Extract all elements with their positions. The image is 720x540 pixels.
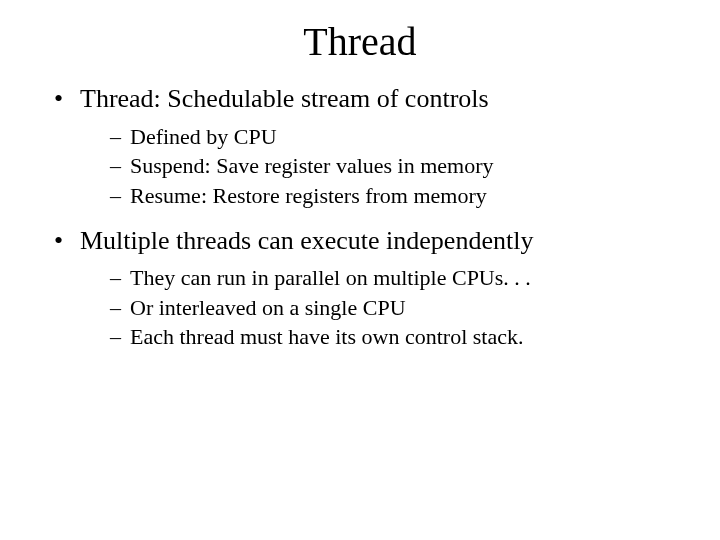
sub-bullet-list: They can run in parallel on multiple CPU… (80, 263, 680, 352)
bullet-item: Multiple threads can execute independent… (54, 225, 680, 353)
sub-bullet-item: Each thread must have its own control st… (110, 322, 680, 352)
bullet-text: Thread: Schedulable stream of controls (80, 84, 489, 113)
sub-bullet-item: Suspend: Save register values in memory (110, 151, 680, 181)
sub-bullet-item: Defined by CPU (110, 122, 680, 152)
slide: Thread Thread: Schedulable stream of con… (0, 0, 720, 540)
slide-title: Thread (40, 18, 680, 65)
bullet-item: Thread: Schedulable stream of controls D… (54, 83, 680, 211)
sub-bullet-item: They can run in parallel on multiple CPU… (110, 263, 680, 293)
bullet-text: Multiple threads can execute independent… (80, 226, 533, 255)
bullet-list: Thread: Schedulable stream of controls D… (40, 83, 680, 352)
sub-bullet-item: Or interleaved on a single CPU (110, 293, 680, 323)
sub-bullet-item: Resume: Restore registers from memory (110, 181, 680, 211)
sub-bullet-list: Defined by CPU Suspend: Save register va… (80, 122, 680, 211)
